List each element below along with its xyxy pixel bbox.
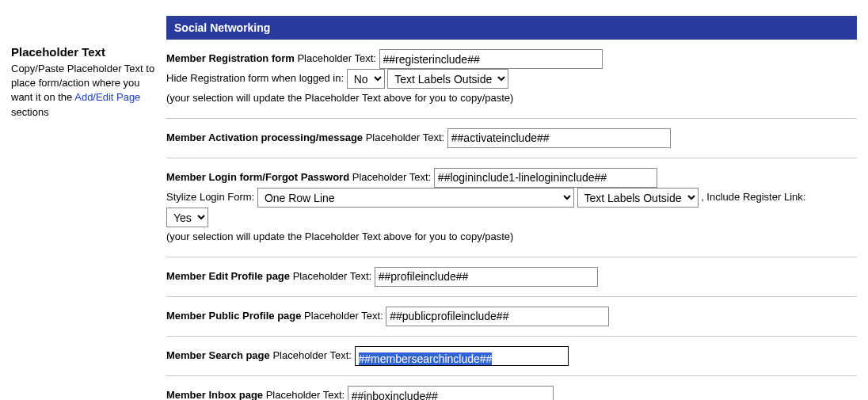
edit-profile-label-suffix: Placeholder Text: <box>290 270 375 282</box>
sidebar-title: Placeholder Text <box>11 44 162 60</box>
registration-placeholder-input[interactable] <box>379 49 603 69</box>
inbox-label-suffix: Placeholder Text: <box>263 389 348 400</box>
row-inbox: Member Inbox page Placeholder Text: <box>166 376 857 400</box>
inbox-label: Member Inbox page <box>166 389 263 400</box>
registration-label: Member Registration form <box>166 52 295 64</box>
public-profile-label-suffix: Placeholder Text: <box>302 310 386 322</box>
add-edit-page-link[interactable]: Add/Edit Page <box>74 91 140 103</box>
public-profile-label: Member Public Profile page <box>166 310 302 322</box>
sidebar-desc-suffix: sections <box>11 106 49 118</box>
public-profile-placeholder-input[interactable] <box>386 307 609 326</box>
login-hint: (your selection will update the Placehol… <box>166 230 513 242</box>
search-label: Member Search page <box>166 349 270 361</box>
search-placeholder-selection: ##membersearchinclude## <box>359 352 493 365</box>
search-placeholder-input[interactable]: ##membersearchinclude## <box>355 346 569 366</box>
row-public-profile: Member Public Profile page Placeholder T… <box>166 297 857 337</box>
login-placeholder-input[interactable] <box>434 168 657 188</box>
registration-label-suffix: Placeholder Text: <box>295 52 379 64</box>
login-labels-select[interactable]: Text Labels Outside <box>577 188 699 208</box>
activation-label-suffix: Placeholder Text: <box>363 131 447 143</box>
section-header: Social Networking <box>166 16 857 40</box>
stylize-login-select[interactable]: One Row Line <box>257 188 574 208</box>
stylize-login-label: Stylize Login Form: <box>166 191 257 203</box>
row-edit-profile: Member Edit Profile page Placeholder Tex… <box>166 257 857 297</box>
row-activation: Member Activation processing/message Pla… <box>166 119 857 158</box>
sidebar: Placeholder Text Copy/Paste Placeholder … <box>11 0 166 400</box>
registration-hint: (your selection will update the Placehol… <box>166 92 513 104</box>
row-search: Member Search page Placeholder Text: ##m… <box>166 337 857 376</box>
include-register-select[interactable]: Yes <box>166 208 208 227</box>
main-panel: Social Networking Member Registration fo… <box>166 0 857 400</box>
login-label-suffix: Placeholder Text: <box>349 171 434 183</box>
search-label-suffix: Placeholder Text: <box>270 349 355 361</box>
login-label: Member Login form/Forgot Password <box>166 171 349 183</box>
activation-placeholder-input[interactable] <box>447 128 671 148</box>
sidebar-desc: Copy/Paste Placeholder Text to place for… <box>11 62 162 120</box>
hide-registration-select[interactable]: No <box>347 69 385 89</box>
row-login: Member Login form/Forgot Password Placeh… <box>166 158 857 257</box>
include-register-label: , Include Register Link: <box>701 191 805 203</box>
hide-registration-label: Hide Registration form when logged in: <box>166 72 347 84</box>
edit-profile-label: Member Edit Profile page <box>166 270 290 282</box>
inbox-placeholder-input[interactable] <box>348 386 554 400</box>
edit-profile-placeholder-input[interactable] <box>375 267 598 287</box>
row-registration: Member Registration form Placeholder Tex… <box>166 40 857 119</box>
registration-labels-select[interactable]: Text Labels Outside <box>387 69 508 89</box>
activation-label: Member Activation processing/message <box>166 131 363 143</box>
